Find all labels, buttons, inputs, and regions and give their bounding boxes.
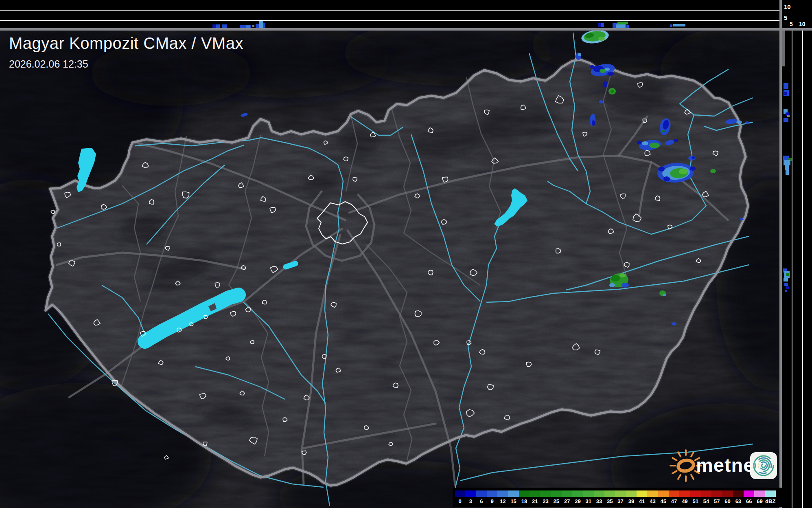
profile-top-line-5km [0,20,780,21]
dbz-cell: 15 [508,490,519,505]
dbz-cell: 18 [519,490,530,505]
profile-echo-mark [784,160,790,165]
dbz-label: 69 [754,498,765,504]
radar-echo [740,218,744,220]
dbz-swatch [733,490,744,497]
dbz-swatch [572,490,583,497]
radar-echo [679,169,688,174]
dbz-colorbar-cells: 0369121518212325272931333537394143454749… [455,490,776,505]
dbz-label: 47 [669,498,679,504]
profile-echo-mark [786,170,789,175]
profile-echo-mark [784,83,788,89]
dbz-swatch [476,490,487,497]
dbz-cell: 23 [540,490,551,505]
dbz-label: 35 [604,498,615,504]
dbz-swatch [754,490,765,497]
dbz-label: 0 [455,498,465,504]
dbz-cell: 66 [744,490,754,505]
dbz-swatch [530,490,540,497]
radar-echo [605,68,610,71]
profile-echo-mark [785,290,787,292]
dbz-label: 39 [626,498,637,504]
dbz-label: 3 [465,498,476,504]
dbz-swatch [711,490,722,497]
dbz-cell: 0 [455,490,465,505]
dbz-label: 27 [562,498,572,504]
radar-echo [607,72,614,76]
dbz-label: 43 [647,498,658,504]
dbz-label: 54 [701,498,711,504]
dbz-cell: 57 [711,490,722,505]
dbz-swatch [594,490,604,497]
dbz-cell: dBZ [765,490,776,505]
profile-echo-mark [782,31,785,66]
dbz-label: 37 [615,498,626,504]
radar-echo [598,37,605,41]
page-title: Magyar Kompozit CMax / VMax [9,34,243,53]
profile-echo-mark [246,25,250,28]
profile-echo-mark [787,115,790,117]
dbz-swatch [722,490,733,497]
right-profile-label-5: 5 [790,21,793,27]
dbz-label: 29 [572,498,583,504]
radar-echo [603,81,607,88]
dbz-swatch [647,490,658,497]
dbz-swatch [637,490,647,497]
profile-echo-mark [786,273,789,276]
dbz-cell: 6 [476,490,487,505]
panel-divider-vertical [779,0,782,508]
dbz-cell: 51 [690,490,701,505]
radar-echo [611,90,614,93]
top-profile-label-10: 10 [784,4,791,10]
radar-echo [661,130,665,132]
dbz-swatch [583,490,594,497]
dbz-cell: 45 [658,490,669,505]
profile-echo-mark [670,24,672,27]
dbz-label: 18 [519,498,530,504]
metnet-logo: metnet [667,446,783,484]
top-profile-panel [0,0,780,28]
profile-right-line-10km [802,31,803,508]
profile-echo-mark [786,286,789,289]
dbz-label: 41 [637,498,647,504]
profile-echo-mark [601,23,604,27]
profile-echo-mark [222,24,227,28]
dbz-label: 33 [594,498,604,504]
dbz-label: 31 [583,498,594,504]
dbz-cell: 35 [604,490,615,505]
radar-echo [736,121,742,124]
profile-top-line-10km [0,10,780,11]
dbz-swatch [690,490,701,497]
dbz-label: 51 [690,498,701,504]
profile-echo-mark [212,24,216,28]
dbz-label: 60 [722,498,733,504]
dbz-cell: 47 [669,490,679,505]
dbz-cell: 3 [465,490,476,505]
profile-echo-mark [617,22,628,24]
dbz-cell: 31 [583,490,594,505]
dbz-label: 15 [508,498,519,504]
radar-echo [692,156,695,159]
profile-echo-mark [263,23,265,28]
dbz-swatch [658,490,669,497]
dbz-swatch [669,490,679,497]
radar-echo [658,167,665,172]
dbz-swatch [604,490,615,497]
dbz-cell: 43 [647,490,658,505]
dbz-swatch [615,490,626,497]
radar-echo [592,120,595,126]
profile-corner-box: 10 5 [780,0,812,28]
dbz-colorbar: 0369121518212325272931333537394143454749… [453,488,786,507]
dbz-cell: 54 [701,490,711,505]
profile-echo-mark [784,278,788,281]
dbz-swatch [519,490,530,497]
profile-right-line-5km [792,31,792,508]
dbz-label: 45 [658,498,669,504]
dbz-cell: 41 [637,490,647,505]
lake-velencei [286,264,295,267]
profile-echo-mark [616,24,626,28]
dbz-label: 6 [476,498,487,504]
radar-echo [674,139,678,142]
radar-echo [690,167,696,171]
radar-echo [609,283,615,287]
